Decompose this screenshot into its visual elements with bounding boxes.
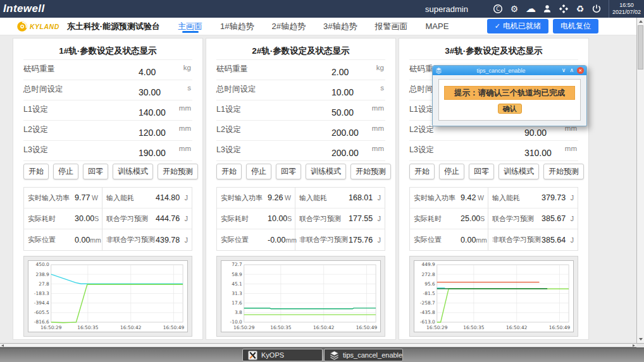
circle-c-icon[interactable]: C: [492, 3, 504, 15]
topbar-icons: C ⚙ ☁ ♻: [492, 3, 602, 15]
svg-text:16:50:29: 16:50:29: [426, 325, 448, 330]
start-button[interactable]: 开始: [409, 164, 435, 179]
settings-gear-icon[interactable]: ⚙: [509, 3, 520, 15]
return-zero-button[interactable]: 回零: [469, 164, 494, 179]
username-label: superadmin: [425, 4, 468, 14]
status-cell: 输入能耗168.01J: [295, 188, 385, 208]
status-cell: 输入能耗414.80J: [102, 188, 192, 208]
horizontal-scrollbar[interactable]: [0, 343, 636, 347]
window-minimize-icon[interactable]: ∨: [562, 68, 566, 73]
svg-text:16:50:49: 16:50:49: [163, 325, 185, 330]
param-label: L1设定: [23, 104, 48, 115]
start-button[interactable]: 开始: [216, 164, 242, 179]
status-unit: mm: [476, 236, 487, 244]
param-row: L2设定120.00mm: [23, 121, 192, 141]
stop-button[interactable]: 停止: [439, 164, 464, 179]
param-unit: mm: [372, 124, 384, 132]
sync-icon[interactable]: ♻: [574, 3, 586, 15]
taskbar-item-label: tips_cancel_enable: [343, 351, 402, 359]
window-maximize-icon[interactable]: ∧: [569, 68, 574, 73]
param-value[interactable]: 200.00: [331, 148, 359, 158]
param-value[interactable]: 90.00: [524, 128, 547, 138]
dialog-tips-cancel-enable: tips_cancel_enable ∨ ∧ ✕ 提示：请确认三个轨道均已完成 …: [432, 65, 587, 126]
status-value: 0.00: [75, 236, 90, 244]
status-value: 9.26: [268, 193, 285, 202]
svg-text:17.6: 17.6: [232, 300, 242, 306]
vertical-scrollbar[interactable]: [636, 18, 644, 343]
status-value: 30.00: [75, 214, 94, 223]
status-cell: 实际耗时25.00S: [410, 208, 488, 229]
apps-icon[interactable]: [558, 3, 569, 15]
scroll-down-arrow-icon[interactable]: [639, 338, 643, 341]
param-list: 砝码重量4.00kg总时间设定30.00sL1设定140.00mmL2设定120…: [23, 59, 192, 161]
tab-3#轴趋势[interactable]: 3#轴趋势: [323, 18, 357, 35]
scroll-up-arrow-icon[interactable]: [639, 20, 643, 23]
param-value[interactable]: 4.00: [139, 67, 156, 77]
tab-1#轴趋势[interactable]: 1#轴趋势: [220, 18, 254, 35]
svg-text:16:50:35: 16:50:35: [463, 325, 485, 330]
trend-chart-svg: 450.0238.927.8-183.3-394.4-605.5-816.616…: [28, 261, 187, 332]
check-icon: ✓: [495, 22, 500, 30]
status-table: 实时输入功率9.77W输入能耗414.80J实际耗时30.00S联合学习预测44…: [23, 187, 192, 251]
param-value[interactable]: 2.00: [331, 67, 349, 77]
return-zero-button[interactable]: 回零: [276, 164, 301, 179]
status-value: 10.00: [268, 214, 287, 223]
taskbar-item-tips-cancel-enable[interactable]: tips_cancel_enable: [324, 349, 403, 361]
param-unit: mm: [179, 124, 191, 132]
param-value[interactable]: 120.00: [139, 128, 166, 138]
svg-text:449.9: 449.9: [421, 262, 435, 267]
confirm-button[interactable]: 确认: [498, 104, 522, 114]
status-label: 联合学习预测: [106, 214, 156, 224]
kyland-logo: KYLAND: [16, 21, 59, 32]
start-predict-button[interactable]: 开始预测: [350, 164, 391, 179]
tab-主画面[interactable]: 主画面: [178, 18, 202, 35]
vertical-scroll-thumb[interactable]: [638, 25, 643, 69]
param-value[interactable]: 140.00: [139, 107, 166, 118]
status-label: 联合学习预测: [299, 214, 349, 224]
param-row: L3设定310.00mm: [409, 141, 578, 161]
time-label: 16:50: [619, 2, 634, 9]
start-predict-button[interactable]: 开始预测: [158, 164, 198, 179]
screen: Intewell superadmin C ⚙ ☁ ♻ 16:50 2021/0…: [0, 0, 644, 362]
start-button[interactable]: 开始: [23, 164, 49, 179]
status-value: 9.77: [75, 193, 92, 202]
param-value[interactable]: 310.00: [524, 148, 552, 158]
status-cell: 非联合学习预测439.78J: [102, 229, 192, 250]
motor-reset-button[interactable]: 电机复位: [553, 19, 598, 33]
param-value[interactable]: 200.00: [331, 128, 359, 138]
scroll-right-arrow-icon[interactable]: [633, 344, 635, 347]
dialog-message: 提示：请确认三个轨道均已完成: [444, 86, 575, 100]
dialog-titlebar[interactable]: tips_cancel_enable ∨ ∧ ✕: [433, 66, 586, 75]
train-mode-button[interactable]: 训练模式: [498, 164, 539, 179]
power-icon[interactable]: [591, 3, 602, 15]
train-mode-button[interactable]: 训练模式: [306, 164, 346, 179]
cloud-icon[interactable]: ☁: [525, 3, 536, 15]
scroll-left-arrow-icon[interactable]: [1, 344, 4, 347]
start-predict-button[interactable]: 开始预测: [543, 164, 584, 179]
user-icon[interactable]: [542, 3, 553, 15]
param-label: L3设定: [23, 145, 48, 155]
window-close-icon[interactable]: ✕: [577, 67, 584, 74]
status-cell: 联合学习预测177.55J: [295, 208, 385, 229]
tab-报警画面[interactable]: 报警画面: [375, 18, 408, 35]
tab-MAPE[interactable]: MAPE: [426, 18, 449, 35]
tab-2#轴趋势[interactable]: 2#轴趋势: [272, 18, 306, 35]
status-cell: 输入能耗379.73J: [488, 188, 578, 208]
trend-chart: 450.0238.927.8-183.3-394.4-605.5-816.616…: [28, 260, 188, 332]
status-value: 439.78: [156, 236, 185, 244]
param-value[interactable]: 10.00: [331, 87, 354, 97]
panel-buttons: 开始停止回零训练模式开始预测: [409, 164, 578, 179]
return-zero-button[interactable]: 回零: [83, 164, 108, 179]
param-row: 砝码重量2.00kg: [216, 60, 385, 80]
train-mode-button[interactable]: 训练模式: [113, 164, 153, 179]
param-value[interactable]: 50.00: [331, 107, 354, 118]
svg-text:-435.8: -435.8: [420, 310, 435, 315]
stop-button[interactable]: 停止: [246, 164, 271, 179]
taskbar-item-kyops[interactable]: KyOPS: [242, 349, 323, 361]
nav-actions: ✓电机已就绪电机复位: [487, 19, 598, 33]
param-value[interactable]: 30.00: [139, 87, 161, 97]
stop-button[interactable]: 停止: [53, 164, 78, 179]
motor-ready-button[interactable]: ✓电机已就绪: [487, 19, 548, 33]
param-value[interactable]: 190.00: [139, 148, 166, 158]
panel-title: 3#轨·参数设定及状态显示: [399, 39, 588, 59]
